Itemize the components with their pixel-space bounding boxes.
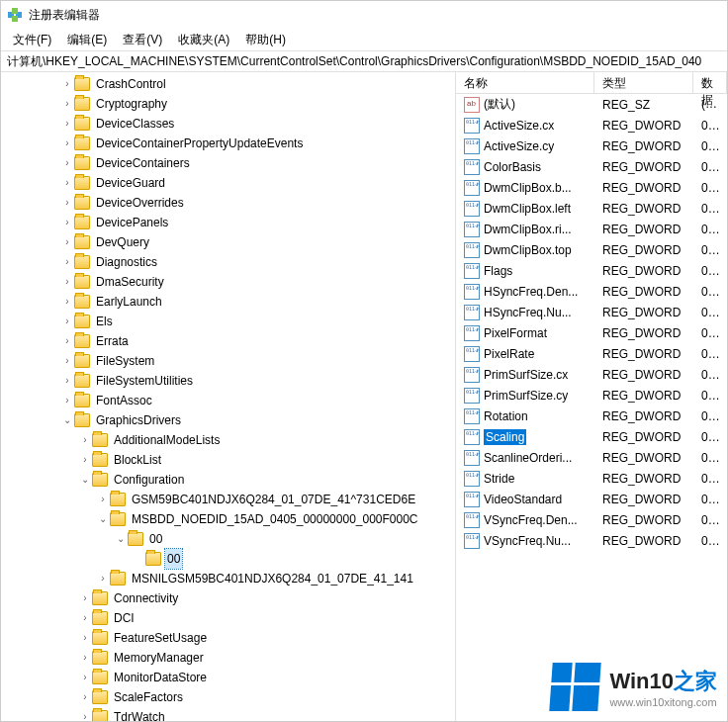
value-row[interactable]: ActiveSize.cy REG_DWORD 0x00 — [456, 135, 727, 156]
tree-item[interactable]: › FileSystem — [60, 351, 455, 371]
tree-item[interactable]: › 00 — [132, 549, 455, 569]
chevron-right-icon[interactable]: › — [78, 430, 92, 450]
value-row[interactable]: DwmClipBox.top REG_DWORD 0x00 — [456, 239, 727, 260]
tree-item[interactable]: ⌄ GraphicsDrivers — [60, 410, 455, 430]
tree-item[interactable]: › DeviceClasses — [60, 114, 455, 134]
chevron-right-icon[interactable]: › — [60, 351, 74, 371]
menu-favorites[interactable]: 收藏夹(A) — [170, 30, 237, 50]
value-row[interactable]: Stride REG_DWORD 0x00 — [456, 468, 727, 489]
tree-item[interactable]: › FontAssoc — [60, 391, 455, 410]
chevron-right-icon[interactable]: › — [78, 707, 92, 721]
chevron-right-icon[interactable]: › — [60, 94, 74, 114]
tree-item[interactable]: › FileSystemUtilities — [60, 371, 455, 391]
chevron-right-icon[interactable]: › — [60, 153, 74, 173]
tree-item[interactable]: › DmaSecurity — [60, 272, 455, 292]
tree-item[interactable]: › DCI — [78, 608, 455, 628]
tree-item[interactable]: ⌄ 00 — [114, 529, 455, 549]
tree-item[interactable]: › Diagnostics — [60, 252, 455, 272]
chevron-right-icon[interactable]: › — [78, 668, 92, 687]
tree-item[interactable]: › DevQuery — [60, 232, 455, 252]
chevron-right-icon[interactable]: › — [60, 74, 74, 94]
tree-item[interactable]: › MSNILGSM59BC401NDJX6Q284_01_07DE_41_14… — [96, 569, 455, 588]
value-row[interactable]: (默认) REG_SZ (数值 — [456, 94, 727, 115]
value-row[interactable]: Rotation REG_DWORD 0x00 — [456, 406, 727, 426]
col-name[interactable]: 名称 — [456, 72, 594, 93]
value-row[interactable]: PrimSurfSize.cy REG_DWORD 0x00 — [456, 385, 727, 406]
value-row[interactable]: PixelRate REG_DWORD 0xfff — [456, 343, 727, 364]
tree-item[interactable]: › DeviceOverrides — [60, 193, 455, 213]
tree-item[interactable]: › BlockList — [78, 450, 455, 470]
tree-item[interactable]: › FeatureSetUsage — [78, 628, 455, 648]
chevron-right-icon[interactable]: › — [78, 628, 92, 648]
chevron-right-icon[interactable]: › — [60, 391, 74, 410]
value-data: 0x00 — [693, 139, 727, 153]
value-row[interactable]: HSyncFreq.Den... REG_DWORD 0xfff — [456, 281, 727, 302]
value-row[interactable]: DwmClipBox.left REG_DWORD 0x00 — [456, 198, 727, 219]
value-row[interactable]: Flags REG_DWORD 0x00 — [456, 260, 727, 281]
tree-item[interactable]: ⌄ MSBDD_NOEDID_15AD_0405_00000000_000F00… — [96, 509, 455, 529]
tree-item[interactable]: › TdrWatch — [78, 707, 455, 721]
chevron-right-icon[interactable]: › — [60, 292, 74, 312]
tree-item[interactable]: › Els — [60, 312, 455, 331]
tree-item[interactable]: › MonitorDataStore — [78, 668, 455, 687]
tree-item[interactable]: ⌄ Configuration — [78, 470, 455, 490]
value-row[interactable]: HSyncFreq.Nu... REG_DWORD 0xfff — [456, 302, 727, 322]
value-row[interactable]: DwmClipBox.ri... REG_DWORD 0x00 — [456, 219, 727, 239]
value-row[interactable]: DwmClipBox.b... REG_DWORD 0x00 — [456, 177, 727, 198]
tree-item[interactable]: › Cryptography — [60, 94, 455, 114]
value-row[interactable]: VSyncFreq.Nu... REG_DWORD 0xfff — [456, 530, 727, 551]
chevron-down-icon[interactable]: ⌄ — [60, 410, 74, 430]
chevron-down-icon[interactable]: ⌄ — [78, 470, 92, 490]
tree-item[interactable]: › DeviceContainerPropertyUpdateEvents — [60, 134, 455, 153]
menu-edit[interactable]: 编辑(E) — [59, 30, 115, 50]
chevron-right-icon[interactable]: › — [78, 450, 92, 470]
tree-item[interactable]: › DeviceGuard — [60, 173, 455, 193]
chevron-right-icon[interactable]: › — [60, 252, 74, 272]
chevron-right-icon[interactable]: › — [60, 173, 74, 193]
tree-item[interactable]: › DevicePanels — [60, 213, 455, 232]
chevron-right-icon[interactable]: › — [60, 232, 74, 252]
tree-item[interactable]: › Connectivity — [78, 588, 455, 608]
tree-item[interactable]: › EarlyLaunch — [60, 292, 455, 312]
value-row[interactable]: ScanlineOrderi... REG_DWORD 0x00 — [456, 447, 727, 468]
value-row[interactable]: VideoStandard REG_DWORD 0x00 — [456, 489, 727, 509]
tree-item[interactable]: › MemoryManager — [78, 648, 455, 668]
col-data[interactable]: 数据 — [693, 72, 727, 93]
chevron-right-icon[interactable]: › — [60, 114, 74, 134]
tree-item[interactable]: › Errata — [60, 331, 455, 351]
tree-pane[interactable]: › CrashControl › Cryptography › DeviceCl… — [1, 72, 456, 721]
chevron-right-icon[interactable]: › — [60, 312, 74, 331]
chevron-right-icon[interactable]: › — [78, 588, 92, 608]
chevron-right-icon[interactable]: › — [60, 371, 74, 391]
chevron-right-icon[interactable]: › — [60, 331, 74, 351]
chevron-right-icon[interactable]: › — [60, 193, 74, 213]
value-row[interactable]: ColorBasis REG_DWORD 0x00 — [456, 156, 727, 177]
tree-item[interactable]: › GSM59BC401NDJX6Q284_01_07DE_41^731CED6… — [96, 490, 455, 509]
folder-icon — [92, 710, 108, 721]
folder-icon — [92, 473, 108, 487]
menu-view[interactable]: 查看(V) — [115, 30, 170, 50]
menu-file[interactable]: 文件(F) — [5, 30, 59, 50]
menu-help[interactable]: 帮助(H) — [237, 30, 294, 50]
value-row[interactable]: VSyncFreq.Den... REG_DWORD 0xfff — [456, 509, 727, 530]
chevron-right-icon[interactable]: › — [60, 134, 74, 153]
chevron-right-icon[interactable]: › — [78, 687, 92, 707]
chevron-right-icon[interactable]: › — [60, 272, 74, 292]
chevron-right-icon[interactable]: › — [78, 608, 92, 628]
tree-item[interactable]: › ScaleFactors — [78, 687, 455, 707]
address-input[interactable] — [5, 53, 723, 69]
chevron-right-icon[interactable]: › — [96, 490, 110, 509]
chevron-down-icon[interactable]: ⌄ — [96, 509, 110, 529]
chevron-right-icon[interactable]: › — [78, 648, 92, 668]
col-type[interactable]: 类型 — [594, 72, 693, 93]
tree-item[interactable]: › CrashControl — [60, 74, 455, 94]
chevron-right-icon[interactable]: › — [96, 569, 110, 588]
value-row[interactable]: PixelFormat REG_DWORD 0x00 — [456, 322, 727, 343]
tree-item[interactable]: › AdditionalModeLists — [78, 430, 455, 450]
value-row[interactable]: ActiveSize.cx REG_DWORD 0x00 — [456, 115, 727, 135]
tree-item[interactable]: › DeviceContainers — [60, 153, 455, 173]
chevron-down-icon[interactable]: ⌄ — [114, 529, 128, 549]
value-row[interactable]: PrimSurfSize.cx REG_DWORD 0x00 — [456, 364, 727, 385]
value-row[interactable]: Scaling REG_DWORD 0x00 — [456, 426, 727, 447]
chevron-right-icon[interactable]: › — [60, 213, 74, 232]
